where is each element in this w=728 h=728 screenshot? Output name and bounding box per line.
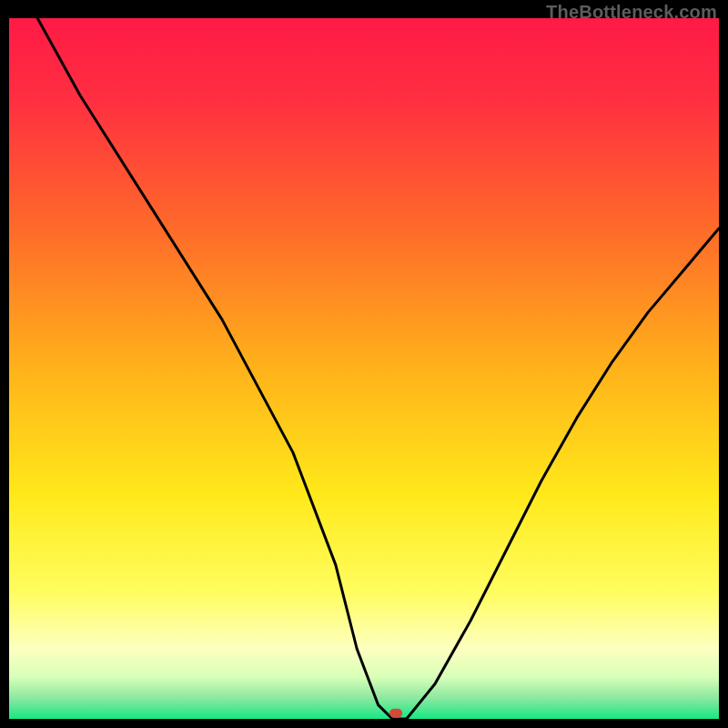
- bottleneck-chart: [9, 18, 719, 719]
- chart-frame: [9, 18, 719, 719]
- watermark-text: TheBottleneck.com: [546, 2, 717, 23]
- optimal-point-marker: [389, 709, 402, 718]
- gradient-background: [9, 18, 719, 719]
